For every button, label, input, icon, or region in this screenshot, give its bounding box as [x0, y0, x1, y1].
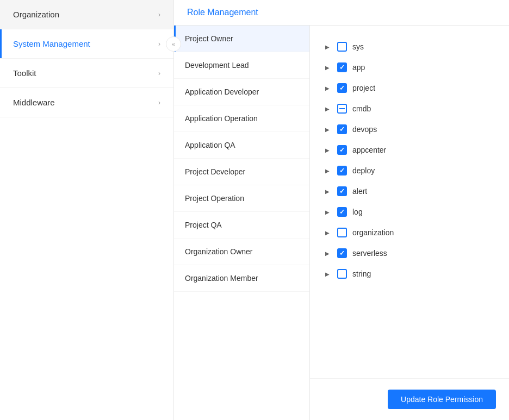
checkmark-icon: ✓ [339, 85, 345, 91]
permission-item-deploy: ▶✓deploy [323, 160, 496, 181]
role-item[interactable]: Project QA [174, 212, 309, 239]
role-item[interactable]: Application Developer [174, 79, 309, 105]
role-item[interactable]: Organization Member [174, 265, 309, 292]
permission-item-string: ▶string [323, 264, 496, 284]
permission-label: deploy [352, 166, 375, 175]
permission-item-project: ▶✓project [323, 78, 496, 98]
collapse-sidebar-button[interactable]: « [166, 36, 181, 52]
permission-label: sys [352, 42, 364, 51]
permission-checkbox-project[interactable]: ✓ [337, 83, 347, 93]
permission-item-alert: ▶✓alert [323, 181, 496, 202]
permission-label: app [352, 63, 365, 72]
permission-item-app: ▶✓app [323, 57, 496, 78]
checkmark-icon: ✓ [339, 64, 345, 71]
sidebar-item-middleware[interactable]: Middleware› [0, 88, 173, 117]
sidebar-item-label: System Management [13, 39, 90, 48]
permission-label: serverless [352, 249, 387, 258]
role-item[interactable]: Project Operation [174, 185, 309, 212]
role-item[interactable]: Organization Owner [174, 239, 309, 265]
permission-checkbox-appcenter[interactable]: ✓ [337, 145, 347, 155]
role-item[interactable]: Project Owner [174, 26, 309, 52]
chevron-right-icon: › [158, 70, 160, 77]
partial-check-icon [339, 108, 345, 109]
role-item[interactable]: Application QA [174, 132, 309, 159]
sidebar-item-system-management[interactable]: System Management›« [0, 29, 173, 59]
permission-checkbox-string[interactable] [337, 269, 347, 279]
update-btn-container: Update Role Permission [310, 378, 509, 420]
role-item[interactable]: Project Developer [174, 159, 309, 185]
checkmark-icon: ✓ [339, 147, 345, 153]
checkmark-icon: ✓ [339, 188, 345, 195]
permission-checkbox-app[interactable]: ✓ [337, 62, 347, 72]
permission-checkbox-deploy[interactable]: ✓ [337, 166, 347, 175]
role-management-body: Project OwnerDevelopment LeadApplication… [174, 26, 509, 420]
sidebar: Organization›System Management›«Toolkit›… [0, 0, 174, 420]
permission-item-cmdb: ▶cmdb [323, 98, 496, 119]
permissions-panel: ▶sys▶✓app▶✓project▶cmdb▶✓devops▶✓appcent… [310, 26, 509, 378]
permission-item-serverless: ▶✓serverless [323, 243, 496, 264]
permission-label: project [352, 84, 375, 92]
expand-arrow-icon[interactable]: ▶ [323, 166, 332, 175]
permission-label: cmdb [352, 104, 371, 113]
expand-arrow-icon[interactable]: ▶ [323, 187, 332, 196]
permission-checkbox-devops[interactable]: ✓ [337, 124, 347, 134]
permission-item-appcenter: ▶✓appcenter [323, 140, 496, 160]
page-header: Role Management [174, 0, 509, 26]
expand-arrow-icon[interactable]: ▶ [323, 228, 332, 237]
chevron-right-icon: › [158, 99, 160, 106]
permission-item-organization: ▶organization [323, 222, 496, 243]
permission-label: string [352, 269, 371, 278]
sidebar-item-label: Middleware [13, 98, 55, 107]
permission-checkbox-alert[interactable]: ✓ [337, 186, 347, 196]
permission-label: devops [352, 125, 377, 134]
permission-label: log [352, 208, 363, 216]
permission-label: organization [352, 228, 394, 237]
checkmark-icon: ✓ [339, 250, 345, 256]
role-list: Project OwnerDevelopment LeadApplication… [174, 26, 310, 420]
sidebar-item-label: Organization [13, 10, 59, 19]
permission-label: alert [352, 187, 367, 196]
expand-arrow-icon[interactable]: ▶ [323, 104, 332, 113]
expand-arrow-icon[interactable]: ▶ [323, 63, 332, 72]
expand-arrow-icon[interactable]: ▶ [323, 249, 332, 258]
expand-arrow-icon[interactable]: ▶ [323, 208, 332, 216]
chevron-right-icon: › [158, 11, 160, 18]
permission-label: appcenter [352, 146, 386, 154]
permission-checkbox-serverless[interactable]: ✓ [337, 248, 347, 258]
expand-arrow-icon[interactable]: ▶ [323, 42, 332, 51]
permission-item-log: ▶✓log [323, 202, 496, 222]
main-content: Role Management Project OwnerDevelopment… [174, 0, 509, 420]
checkmark-icon: ✓ [339, 209, 345, 215]
page-title: Role Management [187, 8, 258, 17]
checkmark-icon: ✓ [339, 126, 345, 133]
role-item[interactable]: Application Operation [174, 105, 309, 132]
chevron-right-icon: › [158, 40, 160, 48]
permission-checkbox-sys[interactable] [337, 42, 347, 52]
sidebar-item-organization[interactable]: Organization› [0, 0, 173, 29]
update-role-permission-button[interactable]: Update Role Permission [388, 390, 496, 409]
permission-checkbox-organization[interactable] [337, 228, 347, 237]
expand-arrow-icon[interactable]: ▶ [323, 146, 332, 154]
expand-arrow-icon[interactable]: ▶ [323, 269, 332, 278]
checkmark-icon: ✓ [339, 167, 345, 174]
expand-arrow-icon[interactable]: ▶ [323, 125, 332, 134]
sidebar-item-toolkit[interactable]: Toolkit› [0, 59, 173, 88]
permissions-area: ▶sys▶✓app▶✓project▶cmdb▶✓devops▶✓appcent… [310, 26, 509, 420]
permission-checkbox-cmdb[interactable] [337, 104, 347, 114]
role-item[interactable]: Development Lead [174, 52, 309, 79]
sidebar-item-label: Toolkit [13, 68, 36, 78]
permission-checkbox-log[interactable]: ✓ [337, 207, 347, 217]
expand-arrow-icon[interactable]: ▶ [323, 84, 332, 92]
permission-item-devops: ▶✓devops [323, 119, 496, 140]
permission-item-sys: ▶sys [323, 36, 496, 57]
